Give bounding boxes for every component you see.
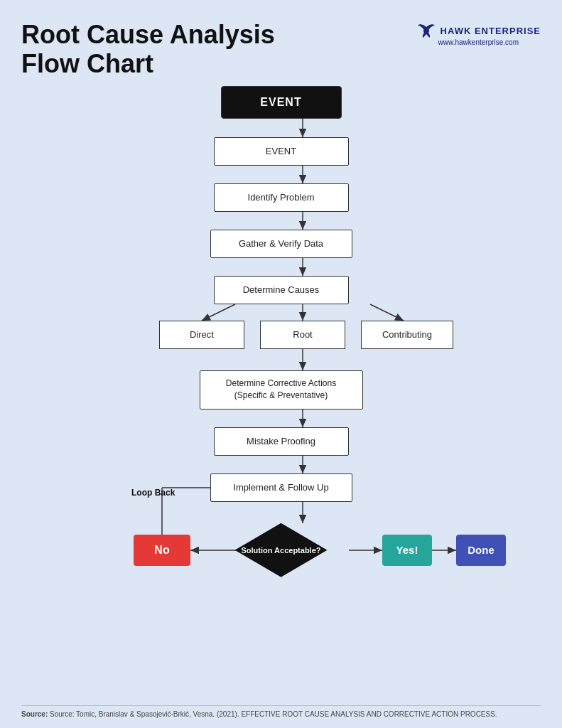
svg-line-9	[370, 304, 404, 321]
footer: Source: Source: Tomic, Branislav & Spaso…	[21, 705, 541, 718]
brand: HAWK ENTERPRISE www.hawkenterprise.com	[416, 20, 541, 46]
page: Root Cause Analysis Flow Chart HAWK ENTE…	[0, 0, 562, 728]
done-box: Done	[456, 535, 506, 566]
brand-logo: HAWK ENTERPRISE	[416, 23, 541, 38]
identify-node: Identify Problem	[214, 183, 349, 212]
mistake-node: Mistake Proofing	[214, 427, 349, 456]
loop-back-label: Loop Back	[131, 488, 175, 498]
page-title: Root Cause Analysis Flow Chart	[21, 20, 275, 79]
event-top-box: EVENT	[221, 86, 342, 119]
brand-name: HAWK ENTERPRISE	[441, 26, 541, 36]
gather-node: Gather & Verify Data	[210, 230, 352, 258]
solution-diamond: Solution Acceptable?	[235, 523, 328, 577]
brand-url: www.hawkenterprise.com	[438, 38, 519, 46]
direct-node: Direct	[159, 321, 244, 349]
yes-box: Yes!	[382, 535, 432, 566]
event-node: EVENT	[214, 137, 349, 166]
svg-point-1	[425, 28, 427, 31]
determine-node: Determine Causes	[214, 276, 349, 304]
corrective-node: Determine Corrective Actions(Specific & …	[200, 370, 363, 410]
svg-line-7	[202, 304, 235, 321]
no-box: No	[134, 535, 190, 566]
flowchart: EVENT EVENT Identify Problem Gather & Ve…	[21, 86, 541, 683]
hawk-icon	[416, 23, 436, 38]
root-node: Root	[260, 321, 345, 349]
contributing-node: Contributing	[361, 321, 453, 349]
header: Root Cause Analysis Flow Chart HAWK ENTE…	[21, 20, 541, 79]
implement-node: Implement & Follow Up	[210, 473, 352, 502]
